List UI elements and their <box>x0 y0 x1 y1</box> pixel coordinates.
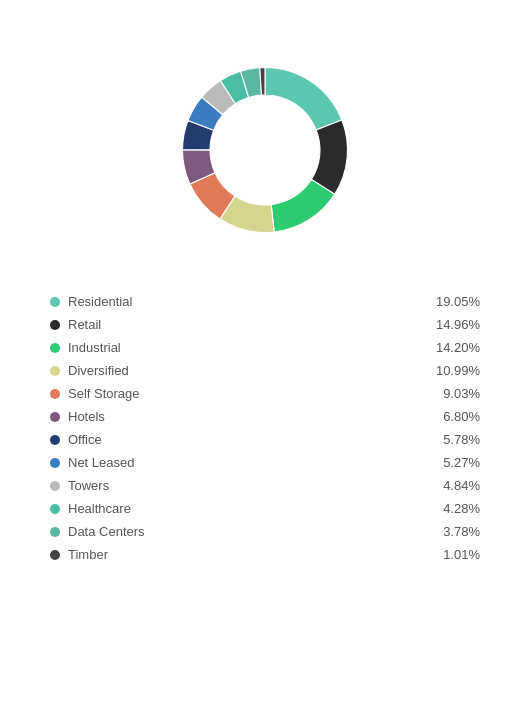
legend-left: Residential <box>50 294 132 309</box>
legend-item: Timber 1.01% <box>50 543 480 566</box>
legend-left: Hotels <box>50 409 105 424</box>
legend-value: 14.20% <box>436 340 480 355</box>
legend-label: Net Leased <box>68 455 135 470</box>
legend-value: 19.05% <box>436 294 480 309</box>
legend-item: Diversified 10.99% <box>50 359 480 382</box>
legend-value: 4.28% <box>443 501 480 516</box>
legend: Residential 19.05% Retail 14.96% Industr… <box>30 290 500 566</box>
legend-value: 3.78% <box>443 524 480 539</box>
legend-label: Industrial <box>68 340 121 355</box>
legend-left: Industrial <box>50 340 121 355</box>
legend-label: Hotels <box>68 409 105 424</box>
legend-label: Office <box>68 432 102 447</box>
legend-value: 4.84% <box>443 478 480 493</box>
legend-value: 9.03% <box>443 386 480 401</box>
legend-dot <box>50 550 60 560</box>
donut-chart <box>155 40 375 260</box>
legend-dot <box>50 412 60 422</box>
legend-label: Residential <box>68 294 132 309</box>
legend-left: Net Leased <box>50 455 135 470</box>
legend-item: Retail 14.96% <box>50 313 480 336</box>
legend-label: Timber <box>68 547 108 562</box>
legend-left: Healthcare <box>50 501 131 516</box>
legend-label: Towers <box>68 478 109 493</box>
legend-dot <box>50 389 60 399</box>
legend-label: Diversified <box>68 363 129 378</box>
legend-label: Data Centers <box>68 524 145 539</box>
legend-left: Office <box>50 432 102 447</box>
legend-left: Timber <box>50 547 108 562</box>
legend-dot <box>50 504 60 514</box>
legend-value: 6.80% <box>443 409 480 424</box>
legend-label: Self Storage <box>68 386 140 401</box>
legend-left: Towers <box>50 478 109 493</box>
legend-left: Diversified <box>50 363 129 378</box>
legend-value: 5.27% <box>443 455 480 470</box>
legend-value: 5.78% <box>443 432 480 447</box>
legend-dot <box>50 343 60 353</box>
legend-item: Self Storage 9.03% <box>50 382 480 405</box>
legend-item: Net Leased 5.27% <box>50 451 480 474</box>
legend-item: Industrial 14.20% <box>50 336 480 359</box>
donut-chart-container <box>30 40 500 260</box>
legend-label: Healthcare <box>68 501 131 516</box>
legend-label: Retail <box>68 317 101 332</box>
legend-dot <box>50 527 60 537</box>
legend-value: 1.01% <box>443 547 480 562</box>
legend-dot <box>50 320 60 330</box>
legend-value: 10.99% <box>436 363 480 378</box>
legend-value: 14.96% <box>436 317 480 332</box>
legend-dot <box>50 366 60 376</box>
legend-item: Healthcare 4.28% <box>50 497 480 520</box>
legend-item: Towers 4.84% <box>50 474 480 497</box>
legend-left: Self Storage <box>50 386 140 401</box>
legend-dot <box>50 458 60 468</box>
legend-item: Data Centers 3.78% <box>50 520 480 543</box>
legend-dot <box>50 435 60 445</box>
legend-item: Hotels 6.80% <box>50 405 480 428</box>
legend-left: Data Centers <box>50 524 145 539</box>
legend-item: Residential 19.05% <box>50 290 480 313</box>
legend-left: Retail <box>50 317 101 332</box>
legend-item: Office 5.78% <box>50 428 480 451</box>
legend-dot <box>50 481 60 491</box>
legend-dot <box>50 297 60 307</box>
